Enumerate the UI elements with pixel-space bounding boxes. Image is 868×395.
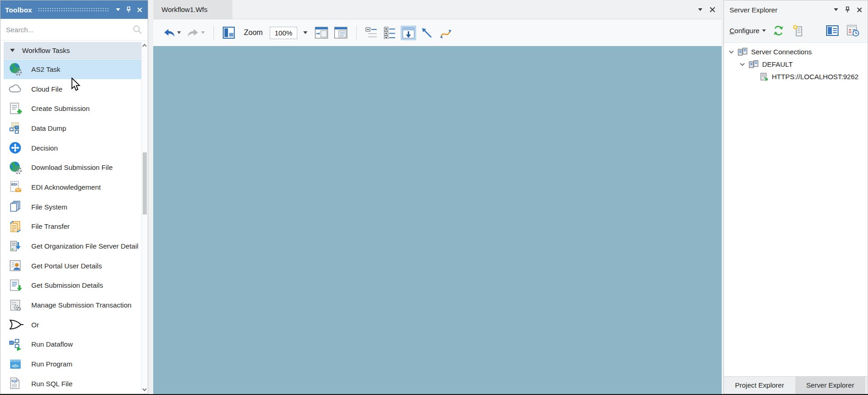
expand-outline-button[interactable] — [382, 25, 398, 41]
task-row-download-submission-file[interactable]: Download Submission File — [4, 157, 141, 177]
page-flowchart-icon — [8, 121, 22, 135]
toolbar-separator — [214, 26, 214, 40]
scroll-down-icon[interactable] — [142, 388, 147, 391]
server-explorer-panel: Server Explorer Configure — [723, 0, 868, 394]
task-row-decision[interactable]: Decision — [4, 138, 141, 158]
explorer-bottom-tabs: Project Explorer Server Explorer — [724, 376, 868, 394]
straight-connector-button[interactable] — [419, 25, 434, 41]
document-plus-icon — [8, 102, 22, 116]
dock-panel-left-button[interactable] — [313, 25, 330, 40]
server-explorer-header: Server Explorer — [724, 0, 868, 19]
toolbox-pin-icon[interactable] — [125, 6, 133, 14]
task-row-file-system[interactable]: File System — [4, 197, 141, 217]
task-row-manage-submission-transaction[interactable]: Manage Submission Transaction — [4, 295, 141, 315]
refresh-icon — [773, 25, 784, 36]
search-icon — [133, 25, 142, 35]
server-stack-icon — [737, 47, 748, 56]
globe-gear-icon — [8, 161, 22, 174]
schedule-view-button[interactable] — [845, 23, 861, 38]
server-explorer-menu-caret-icon[interactable] — [834, 8, 838, 11]
sql-file-icon: SQL — [8, 377, 22, 390]
overview-map-button[interactable] — [221, 25, 236, 40]
schedule-view-icon — [847, 24, 859, 37]
task-row-file-transfer[interactable]: File Transfer — [4, 217, 141, 237]
chevron-down-icon[interactable] — [729, 50, 734, 54]
tab-label: Workflow1.Wfs — [162, 6, 208, 13]
zoom-caret-icon[interactable] — [301, 31, 310, 34]
task-label: Get Submission Details — [31, 281, 103, 289]
server-connections-tree: Server Connections DEFAULT HTTPS://LOCAL… — [724, 43, 868, 83]
curved-connector-button[interactable] — [438, 25, 453, 41]
tab-close-icon[interactable] — [710, 7, 715, 12]
scrollbar-thumb[interactable] — [143, 152, 147, 215]
tab-workflow1[interactable]: Workflow1.Wfs — [153, 0, 232, 19]
fit-container-toggle-button[interactable] — [401, 26, 416, 40]
search-input[interactable] — [6, 26, 133, 34]
undo-button[interactable] — [162, 27, 182, 39]
toolbox-grip-texture[interactable] — [38, 7, 110, 12]
task-row-or[interactable]: Or — [4, 315, 141, 335]
task-row-run-program[interactable]: </> Run Program — [4, 354, 141, 374]
task-row-run-dataflow[interactable]: Run Dataflow — [4, 335, 141, 354]
add-server-button[interactable] — [791, 23, 805, 38]
collapse-outline-button[interactable] — [364, 25, 379, 41]
tree-row-localhost-connection[interactable]: HTTPS://LOCALHOST:9262 — [724, 70, 868, 83]
tab-project-explorer[interactable]: Project Explorer — [724, 377, 795, 394]
tab-server-explorer[interactable]: Server Explorer — [795, 377, 865, 394]
task-list: AS2 Task Cloud File Create Submission Da… — [4, 59, 141, 393]
server-download-icon — [8, 239, 22, 253]
task-row-get-organization-file-server-detail[interactable]: Get Organization File Server Detail — [4, 236, 141, 256]
server-explorer-title: Server Explorer — [729, 6, 827, 14]
document-gears-icon — [8, 298, 22, 312]
edi-document-icon: EDI — [8, 180, 22, 194]
redo-button[interactable] — [185, 27, 206, 39]
monitor-status-button[interactable] — [866, 23, 868, 38]
decision-arrows-icon — [8, 141, 22, 155]
or-gate-icon — [8, 318, 22, 331]
editor-area: Workflow1.Wfs Zoom 100% — [153, 0, 722, 394]
task-label: Download Submission File — [31, 163, 113, 171]
task-row-get-submission-details[interactable]: Get Submission Details — [4, 276, 141, 296]
task-row-data-dump[interactable]: Data Dump — [4, 118, 141, 138]
expand-outline-icon — [384, 27, 396, 39]
task-label: Cloud File — [31, 85, 63, 93]
configure-button[interactable]: Configure — [729, 27, 766, 35]
scroll-up-icon[interactable] — [142, 44, 147, 47]
task-row-as2-task[interactable]: AS2 Task — [4, 59, 141, 79]
tree-row-server-connections[interactable]: Server Connections — [724, 46, 868, 58]
editor-toolbar: Zoom 100% — [153, 19, 722, 46]
task-label: Get Organization File Server Detail — [31, 242, 139, 250]
configure-caret-icon — [762, 29, 766, 32]
task-row-edi-acknowledgement[interactable]: EDI EDI Acknowledgement — [4, 177, 141, 197]
task-label: File System — [31, 203, 67, 211]
chevron-down-icon[interactable] — [740, 63, 745, 66]
configure-label: Configure — [729, 27, 759, 35]
workflow-tasks-section-header[interactable]: Workflow Tasks — [4, 42, 141, 59]
details-view-button[interactable] — [825, 24, 840, 37]
server-link-icon — [759, 72, 769, 81]
undo-caret-icon — [177, 31, 181, 34]
toolbox-close-icon[interactable] — [136, 6, 143, 13]
workflow-canvas[interactable] — [153, 46, 722, 394]
task-label: Run SQL File — [31, 380, 72, 388]
task-label: Run Dataflow — [31, 340, 73, 348]
overview-map-icon — [223, 27, 235, 39]
server-explorer-close-icon[interactable] — [857, 7, 862, 12]
task-row-get-portal-user-details[interactable]: Get Portal User Details — [4, 256, 141, 276]
toolbox-menu-caret-icon[interactable] — [115, 7, 121, 12]
task-row-run-sql-file[interactable]: SQL Run SQL File — [4, 374, 141, 393]
tree-label: Server Connections — [751, 48, 812, 56]
dock-panel-button[interactable] — [333, 25, 349, 40]
program-window-icon: </> — [8, 357, 22, 371]
zoom-value-select[interactable]: 100% — [270, 27, 297, 39]
task-row-create-submission[interactable]: Create Submission — [4, 99, 141, 118]
toolbox-scrollbar[interactable] — [141, 42, 147, 393]
curved-connector-icon — [439, 27, 452, 39]
fit-container-icon — [402, 27, 415, 39]
toolbox-search-row — [0, 19, 148, 41]
tab-list-caret-icon[interactable] — [698, 8, 702, 11]
task-label: Get Portal User Details — [31, 262, 102, 270]
refresh-button[interactable] — [771, 23, 786, 38]
server-explorer-pin-icon[interactable] — [845, 6, 851, 13]
tree-row-default[interactable]: DEFAULT — [724, 58, 868, 70]
